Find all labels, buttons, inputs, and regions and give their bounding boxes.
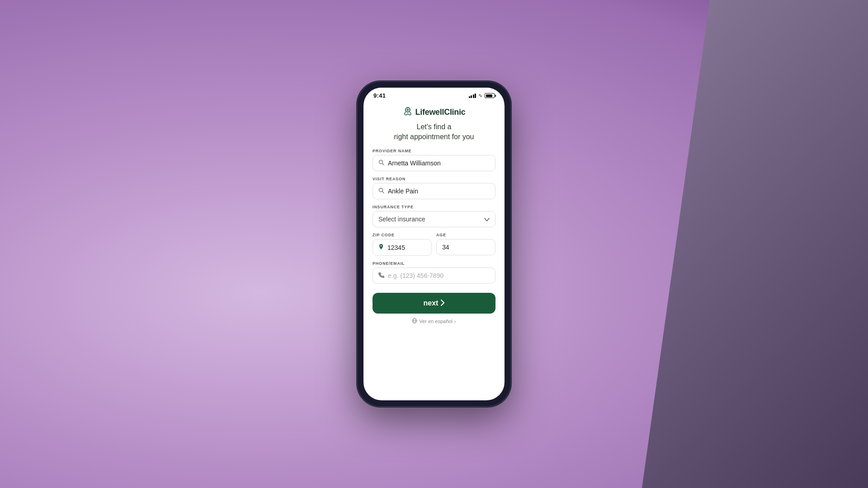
search-icon-reason [378, 188, 384, 195]
zip-code-label: ZIP CODE [373, 233, 432, 237]
insurance-type-select[interactable]: Select insurance [373, 211, 495, 227]
age-input[interactable]: 34 [436, 239, 495, 255]
header-subtitle: Let's find a right appointment for you [373, 122, 495, 141]
battery-icon [485, 93, 495, 98]
language-arrow-icon: › [454, 319, 456, 324]
svg-point-7 [381, 245, 382, 247]
chevron-down-icon [484, 216, 490, 223]
phone-email-group: PHONE/EMAIL e.g. (123) 456-7890 [373, 261, 495, 284]
visit-reason-input[interactable]: Ankle Pain [373, 183, 495, 199]
insurance-type-value: Select insurance [378, 216, 425, 223]
brand-name: LifewellClinic [415, 108, 466, 117]
provider-name-label: PROVIDER NAME [373, 149, 495, 153]
brand-icon [403, 106, 413, 118]
svg-line-6 [382, 192, 384, 193]
provider-name-input[interactable]: Arnetta Williamson [373, 155, 495, 171]
svg-line-4 [382, 164, 384, 165]
status-icons: ∿ [469, 93, 495, 99]
phone-email-label: PHONE/EMAIL [373, 261, 495, 266]
scene-container: 9:41 ∿ [0, 0, 868, 488]
globe-icon [412, 318, 417, 324]
status-time: 9:41 [373, 92, 386, 99]
signal-bars-icon [469, 94, 476, 98]
language-link[interactable]: Ver en español › [373, 314, 495, 326]
age-group: AGE 34 [436, 233, 495, 256]
visit-reason-label: VISIT REASON [373, 177, 495, 181]
form-section: PROVIDER NAME Arnetta Williamson [373, 149, 495, 284]
signal-bar-3 [473, 94, 474, 98]
location-icon [378, 244, 384, 251]
insurance-type-label: INSURANCE TYPE [373, 205, 495, 209]
phone-frame: 9:41 ∿ [357, 81, 511, 407]
zip-code-group: ZIP CODE 12345 [373, 233, 432, 256]
phone-screen: 9:41 ∿ [363, 88, 505, 400]
signal-bar-2 [471, 95, 472, 98]
search-icon-provider [378, 160, 384, 167]
age-value: 34 [442, 244, 490, 251]
brand-logo: LifewellClinic [373, 106, 495, 118]
phone-icon [378, 272, 384, 279]
zip-age-row: ZIP CODE 12345 [373, 233, 495, 256]
provider-name-group: PROVIDER NAME Arnetta Williamson [373, 149, 495, 171]
status-bar: 9:41 ∿ [363, 88, 505, 101]
next-chevron-icon [441, 300, 444, 307]
zip-code-value: 12345 [387, 244, 426, 251]
app-header: LifewellClinic Let's find a right appoin… [373, 101, 495, 149]
provider-name-value: Arnetta Williamson [388, 160, 490, 167]
battery-fill [486, 94, 492, 97]
language-text: Ver en español › [373, 318, 495, 324]
visit-reason-value: Ankle Pain [388, 188, 490, 195]
visit-reason-group: VISIT REASON Ankle Pain [373, 177, 495, 199]
age-label: AGE [436, 233, 495, 237]
next-button[interactable]: next [373, 293, 495, 314]
spacer [373, 284, 495, 289]
signal-bar-1 [469, 96, 470, 98]
phone-email-placeholder: e.g. (123) 456-7890 [388, 272, 490, 279]
zip-code-input[interactable]: 12345 [373, 239, 432, 256]
app-content: LifewellClinic Let's find a right appoin… [363, 101, 505, 400]
phone-email-input[interactable]: e.g. (123) 456-7890 [373, 267, 495, 284]
next-button-label: next [424, 299, 439, 307]
signal-bar-4 [475, 94, 476, 98]
wifi-icon: ∿ [478, 93, 482, 99]
insurance-type-group: INSURANCE TYPE Select insurance [373, 205, 495, 227]
phone-wrapper: 9:41 ∿ [357, 81, 511, 407]
